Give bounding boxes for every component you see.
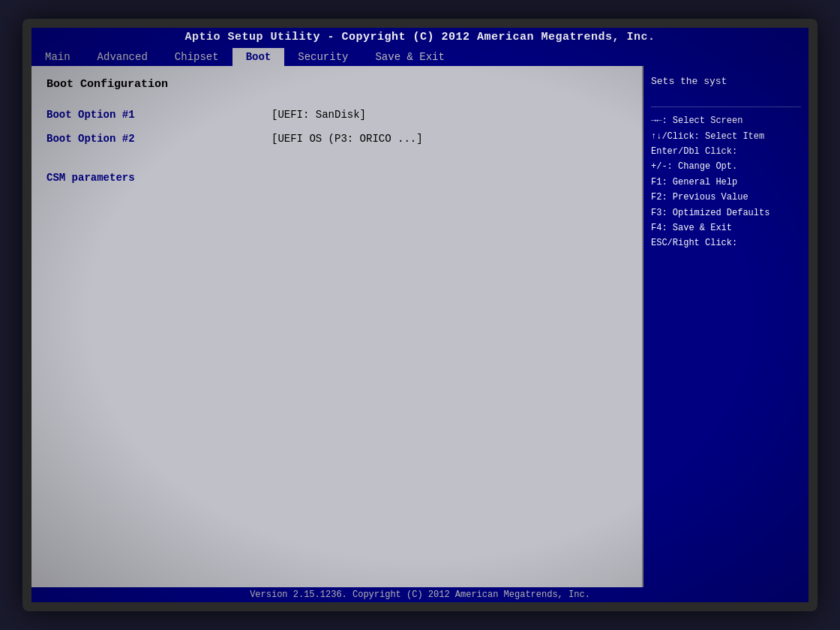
help-divider — [651, 106, 801, 107]
help-key-8: F4: Save & Exit — [651, 220, 801, 236]
nav-item-boot[interactable]: Boot — [232, 48, 285, 66]
help-description: Sets the syst — [651, 75, 801, 88]
nav-item-security[interactable]: Security — [284, 48, 362, 66]
help-key-7: F3: Optimized Defaults — [651, 206, 801, 220]
help-key-1: →←: Select Screen — [651, 113, 801, 128]
help-panel: Sets the syst →←: Select Screen ↑↓/Click… — [644, 66, 808, 587]
boot-option-2-label[interactable]: Boot Option #2 — [46, 133, 212, 145]
title-text: Aptio Setup Utility - Copyright (C) 2012… — [184, 31, 655, 44]
monitor-bezel: Aptio Setup Utility - Copyright (C) 2012… — [22, 19, 818, 611]
help-key-9: ESC/Right Click: — [651, 236, 801, 250]
boot-option-1-row: Boot Option #1 [UEFI: SanDisk] — [46, 109, 627, 121]
bios-screen: Aptio Setup Utility - Copyright (C) 2012… — [32, 28, 808, 602]
status-bar: Version 2.15.1236. Copyright (C) 2012 Am… — [32, 587, 808, 602]
title-bar: Aptio Setup Utility - Copyright (C) 2012… — [32, 28, 808, 46]
nav-item-main[interactable]: Main — [32, 48, 84, 66]
help-keys: →←: Select Screen ↑↓/Click: Select Item … — [651, 113, 801, 251]
section-title: Boot Configuration — [46, 78, 627, 91]
boot-option-1-value: [UEFI: SanDisk] — [272, 109, 366, 121]
main-panel: Boot Configuration Boot Option #1 [UEFI:… — [32, 66, 644, 587]
status-text: Version 2.15.1236. Copyright (C) 2012 Am… — [250, 590, 590, 600]
content-wrapper: Boot Configuration Boot Option #1 [UEFI:… — [32, 66, 808, 587]
boot-option-2-row: Boot Option #2 [UEFI OS (P3: ORICO ...] — [46, 133, 627, 145]
nav-item-save-exit[interactable]: Save & Exit — [362, 48, 458, 66]
boot-option-1-label[interactable]: Boot Option #1 — [46, 109, 212, 121]
help-key-2: ↑↓/Click: Select Item — [651, 129, 801, 144]
help-key-6: F2: Previous Value — [651, 190, 801, 205]
nav-menu: Main Advanced Chipset Boot Security Save… — [32, 46, 808, 66]
help-key-5: F1: General Help — [651, 175, 801, 190]
csm-parameters-link[interactable]: CSM parameters — [46, 172, 135, 184]
help-key-4: +/-: Change Opt. — [651, 159, 801, 174]
boot-option-2-value: [UEFI OS (P3: ORICO ...] — [272, 133, 423, 145]
help-key-3: Enter/Dbl Click: — [651, 144, 801, 159]
nav-item-chipset[interactable]: Chipset — [161, 48, 232, 66]
nav-item-advanced[interactable]: Advanced — [84, 48, 161, 66]
boot-options: Boot Option #1 [UEFI: SanDisk] Boot Opti… — [46, 109, 627, 145]
